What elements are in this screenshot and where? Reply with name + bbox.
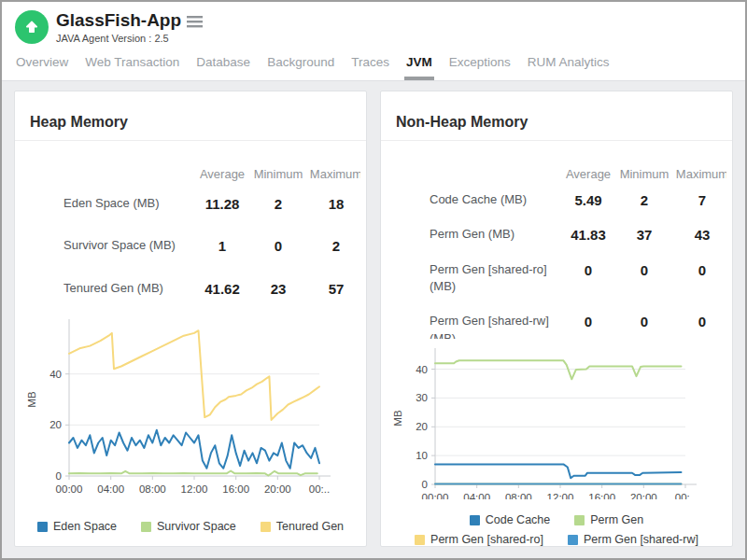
legend-swatch	[415, 535, 425, 545]
metric-maximum: 0	[672, 261, 726, 280]
legend-swatch	[568, 535, 578, 545]
metric-average: 11.28	[194, 195, 250, 214]
metric-minimum: 0	[616, 313, 672, 331]
legend-item-perm-gen-shared-rw[interactable]: Perm Gen [shared-rw]	[568, 533, 698, 546]
legend-item-tenured-gen[interactable]: Tenured Gen	[261, 520, 344, 533]
legend-label: Eden Space	[53, 520, 117, 533]
svg-text:00:00: 00:00	[56, 483, 83, 495]
non-heap-memory-chart: 01020304000:0004:0008:0012:0016:0020:000…	[390, 343, 704, 499]
svg-text:30: 30	[416, 393, 428, 404]
legend-item-code-cache[interactable]: Code Cache	[470, 513, 551, 526]
app-status-icon	[15, 10, 49, 44]
svg-text:04:00: 04:00	[97, 483, 124, 495]
metric-label: Eden Space (MB)	[15, 195, 194, 213]
hamburger-menu-icon[interactable]	[187, 15, 203, 29]
svg-text:04:00: 04:00	[463, 492, 490, 499]
panel-non-heap-memory: Non-Heap Memory Average Minimum Maximum …	[380, 91, 733, 547]
app-title: GlassFish-App	[56, 10, 181, 31]
svg-text:12:00: 12:00	[181, 483, 208, 495]
tab-traces[interactable]: Traces	[343, 49, 398, 80]
app-header: GlassFish-App JAVA Agent Version : 2.5	[2, 2, 745, 44]
app-title-block: GlassFish-App JAVA Agent Version : 2.5	[56, 10, 203, 44]
panel-heap-memory: Heap Memory Average Minimum Maximum Eden…	[14, 91, 367, 547]
legend-item-perm-gen-shared-ro[interactable]: Perm Gen [shared-ro]	[415, 533, 543, 546]
svg-text:08:00: 08:00	[505, 492, 532, 499]
metric-row-perm-gen-shared-ro: Perm Gen [shared-ro] (MB) 0 0 0	[381, 253, 726, 305]
tab-bar: Overview Web Transaction Database Backgr…	[2, 44, 745, 81]
metric-maximum: 43	[672, 226, 726, 245]
metric-minimum: 2	[616, 191, 672, 210]
svg-text:20:00: 20:00	[630, 492, 657, 499]
heap-metrics-table: Average Minimum Maximum Eden Space (MB) …	[15, 154, 360, 311]
metric-maximum: 0	[672, 313, 726, 331]
metric-average: 5.49	[560, 191, 616, 210]
non-heap-metrics-table: Average Minimum Maximum Code Cache (MB) …	[381, 154, 726, 340]
svg-text:20: 20	[416, 422, 428, 433]
agent-version-label: JAVA Agent Version : 2.5	[56, 33, 203, 44]
svg-text:00:..: 00:..	[675, 492, 696, 499]
svg-text:00:00: 00:00	[422, 492, 449, 499]
legend-swatch	[574, 515, 585, 525]
heap-chart-legend: Eden Space Survivor Space Tenured Gen	[15, 513, 366, 533]
metric-minimum: 2	[250, 195, 306, 214]
tab-background[interactable]: Background	[259, 49, 343, 80]
up-arrow-icon	[23, 19, 40, 35]
svg-text:12:00: 12:00	[547, 492, 574, 499]
svg-text:16:00: 16:00	[588, 492, 615, 499]
col-header-average: Average	[194, 167, 250, 181]
tab-database[interactable]: Database	[188, 49, 259, 80]
col-header-minimum: Minimum	[616, 167, 672, 181]
svg-text:MB: MB	[26, 391, 37, 408]
svg-text:0: 0	[56, 470, 62, 482]
tab-web-transaction[interactable]: Web Transaction	[77, 49, 188, 80]
tab-exceptions[interactable]: Exceptions	[441, 49, 519, 80]
metric-minimum: 0	[616, 261, 672, 280]
non-heap-table-header: Average Minimum Maximum	[381, 160, 726, 183]
legend-item-eden-space[interactable]: Eden Space	[37, 520, 117, 533]
legend-label: Survivor Space	[157, 520, 236, 533]
col-header-average: Average	[560, 167, 616, 181]
svg-text:40: 40	[416, 364, 428, 375]
metric-label: Perm Gen [shared-rw] (MB)	[381, 313, 560, 339]
svg-text:10: 10	[416, 450, 428, 461]
metric-maximum: 18	[306, 195, 360, 214]
metric-average: 41.83	[560, 226, 616, 245]
legend-label: Code Cache	[486, 513, 551, 526]
legend-label: Perm Gen [shared-ro]	[430, 533, 543, 546]
non-heap-chart-legend: Code Cache Perm Gen Perm Gen [shared-ro]	[381, 507, 732, 546]
metric-row-eden-space: Eden Space (MB) 11.28 2 18	[15, 183, 360, 226]
metric-row-perm-gen-shared-rw: Perm Gen [shared-rw] (MB) 0 0 0	[381, 304, 726, 339]
col-header-maximum: Maximum	[306, 167, 360, 181]
legend-label: Perm Gen [shared-rw]	[584, 533, 698, 546]
legend-swatch	[470, 515, 480, 525]
metric-label: Survivor Space (MB)	[15, 237, 194, 255]
non-heap-panel-title: Non-Heap Memory	[381, 104, 732, 141]
tab-overview[interactable]: Overview	[7, 49, 77, 80]
col-header-maximum: Maximum	[672, 167, 726, 181]
tab-rum-analytics[interactable]: RUM Analytics	[519, 49, 618, 80]
metric-row-code-cache: Code Cache (MB) 5.49 2 7	[381, 183, 726, 218]
metric-label: Perm Gen [shared-ro] (MB)	[381, 261, 560, 297]
svg-text:MB: MB	[392, 410, 403, 427]
legend-label: Tenured Gen	[276, 520, 344, 533]
svg-text:20: 20	[49, 419, 62, 430]
heap-memory-chart: 0204000:0004:0008:0012:0016:0020:0000:..…	[24, 314, 338, 506]
metric-row-tenured-gen: Tenured Gen (MB) 41.62 23 57	[15, 268, 360, 311]
svg-text:16:00: 16:00	[222, 483, 249, 495]
tab-jvm[interactable]: JVM	[398, 49, 441, 80]
legend-swatch	[37, 522, 48, 532]
metric-row-survivor-space: Survivor Space (MB) 1 0 2	[15, 225, 360, 268]
legend-label: Perm Gen	[590, 513, 643, 526]
metric-average: 0	[560, 313, 616, 331]
legend-item-survivor-space[interactable]: Survivor Space	[141, 520, 236, 533]
metric-row-perm-gen: Perm Gen (MB) 41.83 37 43	[381, 217, 726, 253]
metric-maximum: 7	[672, 191, 726, 210]
app-window: GlassFish-App JAVA Agent Version : 2.5 O…	[0, 0, 747, 560]
legend-item-perm-gen[interactable]: Perm Gen	[574, 513, 643, 526]
metric-label: Perm Gen (MB)	[381, 226, 560, 244]
legend-swatch	[141, 522, 151, 532]
col-header-minimum: Minimum	[250, 167, 306, 181]
metric-label: Code Cache (MB)	[381, 191, 560, 209]
svg-text:20:00: 20:00	[264, 483, 291, 495]
heap-table-header: Average Minimum Maximum	[15, 160, 360, 183]
